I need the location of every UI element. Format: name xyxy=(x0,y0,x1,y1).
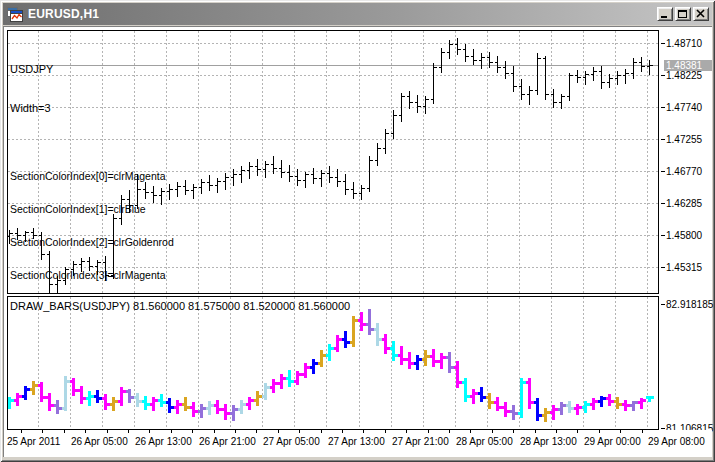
param-line: SectionColorIndex[0]=clrMagenta xyxy=(10,171,192,182)
time-tick xyxy=(235,430,236,433)
window-controls xyxy=(655,7,709,21)
time-tick-label: 29 Apr 08:00 xyxy=(648,436,705,447)
close-button[interactable] xyxy=(693,7,709,21)
indicator-panel[interactable]: DRAW_BARS(USDJPY) 81.560000 81.575000 81… xyxy=(7,296,659,430)
time-tick xyxy=(321,430,322,433)
time-tick xyxy=(363,430,364,433)
time-tick xyxy=(535,430,536,433)
chart-window: EURUSD,H1 USDJPY xyxy=(0,0,715,462)
window-title: EURUSD,H1 xyxy=(28,7,99,21)
price-tick xyxy=(661,267,665,268)
indicator-max-label: 82.918185 xyxy=(666,299,713,310)
chart-window-icon xyxy=(7,6,23,22)
time-tick xyxy=(64,430,65,433)
screen: { "window": { "title": "EURUSD,H1", "ico… xyxy=(0,0,715,462)
time-tick xyxy=(492,430,493,433)
minimize-button[interactable] xyxy=(657,7,673,21)
time-tick-label: 26 Apr 21:00 xyxy=(199,436,256,447)
time-tick xyxy=(428,430,429,433)
bid-price-box: 1.48381 xyxy=(664,60,712,71)
price-tick-label: 1.46770 xyxy=(666,166,702,177)
price-tick-label: 1.47255 xyxy=(666,134,702,145)
time-tick xyxy=(107,430,108,433)
time-tick xyxy=(620,430,621,433)
time-tick xyxy=(406,430,407,433)
price-tick xyxy=(661,171,665,172)
price-tick-label: 1.48225 xyxy=(666,70,702,81)
price-tick xyxy=(661,43,665,44)
main-chart-panel[interactable]: USDJPY Width=3 SectionColorIndex[0]=clrM… xyxy=(7,30,659,294)
time-tick xyxy=(85,430,86,433)
time-tick-label: 28 Apr 05:00 xyxy=(456,436,513,447)
time-tick-label: 26 Apr 05:00 xyxy=(71,436,128,447)
overlay-symbol-label: USDJPY xyxy=(10,63,192,76)
minimize-icon xyxy=(660,9,670,19)
price-tick xyxy=(661,75,665,76)
time-tick xyxy=(214,430,215,433)
time-tick xyxy=(342,430,343,433)
close-icon xyxy=(696,9,706,19)
price-tick-label: 1.48710 xyxy=(666,38,702,49)
indicator-value-label: DRAW_BARS(USDJPY) 81.560000 81.575000 81… xyxy=(10,300,350,312)
price-tick xyxy=(661,107,665,108)
time-tick xyxy=(128,430,129,433)
param-line: SectionColorIndex[1]=clrBlue xyxy=(10,204,192,215)
time-tick xyxy=(385,430,386,433)
price-tick xyxy=(661,235,665,236)
time-tick-label: 27 Apr 05:00 xyxy=(263,436,320,447)
price-tick xyxy=(661,304,665,305)
time-tick xyxy=(599,430,600,433)
time-tick xyxy=(470,430,471,433)
maximize-icon xyxy=(678,9,688,19)
time-tick xyxy=(449,430,450,433)
price-tick xyxy=(661,139,665,140)
time-tick xyxy=(256,430,257,433)
price-tick-label: 1.47740 xyxy=(666,102,702,113)
time-tick-label: 28 Apr 13:00 xyxy=(520,436,577,447)
time-tick-label: 27 Apr 21:00 xyxy=(392,436,449,447)
title-bar[interactable]: EURUSD,H1 xyxy=(3,3,712,25)
chart-overlay-text: USDJPY Width=3 SectionColorIndex[0]=clrM… xyxy=(10,37,192,294)
price-tick-label: 1.46285 xyxy=(666,198,702,209)
time-tick xyxy=(149,430,150,433)
time-tick xyxy=(299,430,300,433)
time-tick-label: 25 Apr 2011 xyxy=(7,436,60,447)
indicator-canvas[interactable] xyxy=(8,297,658,429)
param-line: SectionColorIndex[2]=clrGoldenrod xyxy=(10,237,192,248)
param-line: SectionColorIndex[3]=clrMagenta xyxy=(10,270,192,281)
time-tick-label: 27 Apr 13:00 xyxy=(328,436,385,447)
indicator-params: SectionColorIndex[0]=clrMagenta SectionC… xyxy=(10,149,192,294)
time-tick xyxy=(192,430,193,433)
price-tick-label: 1.45315 xyxy=(666,262,702,273)
time-tick-label: 29 Apr 00:00 xyxy=(584,436,641,447)
price-tick-label: 1.45800 xyxy=(666,230,702,241)
time-tick xyxy=(556,430,557,433)
time-tick xyxy=(42,430,43,433)
maximize-button[interactable] xyxy=(675,7,691,21)
price-scale[interactable]: 1.487101.482251.477401.472551.467701.462… xyxy=(656,27,712,431)
price-tick xyxy=(661,203,665,204)
chart-client-area: USDJPY Width=3 SectionColorIndex[0]=clrM… xyxy=(3,26,712,457)
time-tick xyxy=(642,430,643,433)
overlay-width-label: Width=3 xyxy=(10,102,192,115)
price-tick xyxy=(661,428,665,429)
time-tick xyxy=(171,430,172,433)
time-tick xyxy=(577,430,578,433)
time-scale[interactable]: 25 Apr 201126 Apr 05:0026 Apr 13:0026 Ap… xyxy=(4,430,712,456)
time-tick xyxy=(278,430,279,433)
time-tick xyxy=(21,430,22,433)
time-tick xyxy=(513,430,514,433)
time-tick-label: 26 Apr 13:00 xyxy=(135,436,192,447)
